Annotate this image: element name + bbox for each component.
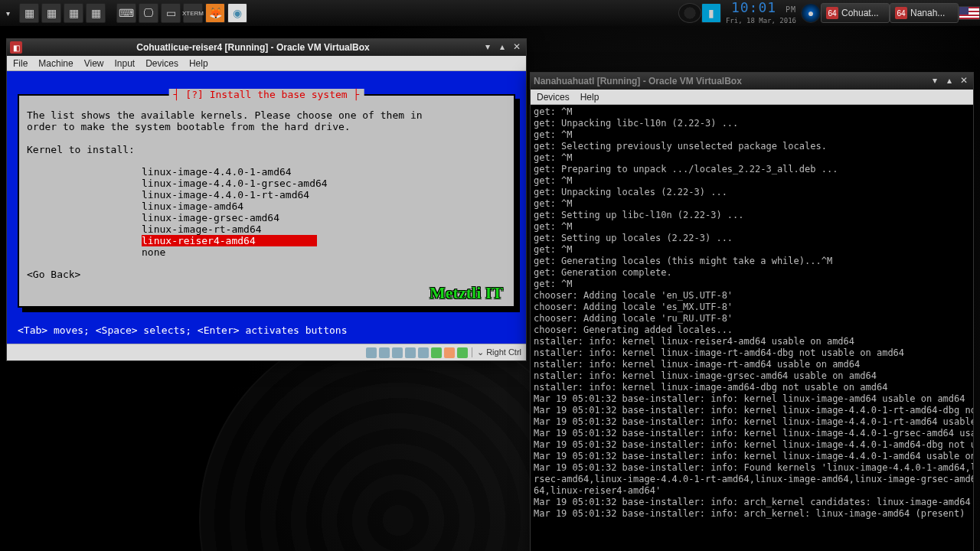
panel-clock[interactable]: 10:01 PM Fri, 18 Mar, 2016 (721, 1, 801, 26)
menu-devices[interactable]: Devices (537, 92, 570, 103)
taskbar-item-cohuat[interactable]: 64 Cohuat... (821, 3, 890, 23)
dialog-prompt: Kernel to install: (27, 144, 506, 155)
tv-icon[interactable]: ▭ (161, 3, 181, 23)
launcher-icon[interactable]: ▦ (86, 3, 106, 23)
top-panel: ▾ ▦ ▦ ▦ ▦ ⌨ 🖵 ▭ XTERM 🦊 ◉ ▮ 10:01 PM Fri… (0, 0, 980, 26)
dialog-intro: The list shows the available kernels. Pl… (27, 109, 506, 132)
kernel-option[interactable]: linux-image-amd64 (142, 201, 506, 212)
menu-machine[interactable]: Machine (38, 58, 73, 69)
titlebar[interactable]: Nanahuahuatl [Running] - Oracle VM Virtu… (531, 73, 973, 90)
menubar: Devices Help (531, 90, 973, 105)
menu-help[interactable]: Help (189, 58, 208, 69)
dialog-title: ┤ [?] Install the base system ├ (169, 89, 364, 100)
status-usb-icon[interactable] (392, 347, 403, 358)
launcher-icon[interactable]: ▦ (41, 3, 61, 23)
close-button[interactable]: ✕ (511, 42, 523, 53)
watermark-metztli: Metztli IT (430, 287, 503, 298)
clock-ampm: PM (786, 5, 796, 14)
monitor-icon[interactable]: 🖵 (139, 3, 158, 23)
vbox-statusbar: ⌄ Right Ctrl (7, 344, 526, 360)
titlebar[interactable]: ◧ Cohuatlicue-reiser4 [Running] - Oracle… (7, 39, 526, 56)
kernel-list[interactable]: linux-image-4.4.0-1-amd64linux-image-4.4… (142, 166, 506, 258)
kernel-option[interactable]: linux-reiser4-amd64 (142, 235, 506, 246)
task-label: Nanah... (910, 8, 945, 18)
kernel-option[interactable]: linux-image-4.4.0-1-amd64 (142, 166, 506, 178)
panel-launchers: ▦ ▦ ▦ ▦ (16, 3, 109, 23)
launcher-icon[interactable]: ▦ (19, 3, 39, 23)
clock-time: 10:01 (731, 0, 776, 15)
vbox-window-nanahuahuatl: Nanahuahuatl [Running] - Oracle VM Virtu… (530, 72, 974, 551)
menu-file[interactable]: File (13, 58, 28, 69)
status-optical-icon[interactable] (379, 347, 390, 358)
menu-devices[interactable]: Devices (145, 58, 178, 69)
kernel-option[interactable]: linux-image-4.4.0-1-rt-amd64 (142, 189, 506, 201)
taskbar-item-nanah[interactable]: 64 Nanah... (890, 3, 959, 23)
terminal-icon[interactable]: ⌨ (116, 3, 136, 23)
clock-date: Fri, 18 Mar, 2016 (726, 15, 796, 26)
kernel-option[interactable]: none (142, 246, 506, 258)
window-title: Cohuatlicue-reiser4 [Running] - Oracle V… (27, 42, 479, 53)
menu-help[interactable]: Help (580, 92, 599, 103)
vbox-icon: 64 (826, 7, 838, 19)
vm-display[interactable]: ┤ [?] Install the base system ├ The list… (7, 71, 526, 344)
status-display-icon[interactable] (431, 347, 442, 358)
host-key-indicator: ⌄ Right Ctrl (472, 347, 521, 357)
maximize-button[interactable]: ▴ (496, 42, 508, 53)
window-title: Nanahuahuatl [Running] - Oracle VM Virtu… (534, 76, 926, 86)
xterm-icon[interactable]: XTERM (183, 3, 203, 23)
launcher-icon[interactable]: ▦ (64, 3, 83, 23)
vbox-icon: 64 (895, 7, 907, 19)
status-mouse-icon[interactable] (457, 347, 468, 358)
firefox-icon[interactable]: 🦊 (205, 3, 225, 23)
close-button[interactable]: ✕ (958, 76, 970, 86)
panel-menu-chevron[interactable]: ▾ (0, 9, 16, 18)
chromium-icon[interactable]: ◉ (227, 3, 247, 23)
vbox-app-icon: ◧ (10, 41, 22, 54)
status-record-icon[interactable] (444, 347, 455, 358)
kernel-option[interactable]: linux-image-4.4.0-1-grsec-amd64 (142, 178, 506, 189)
kernel-option[interactable]: linux-image-rt-amd64 (142, 223, 506, 235)
status-hdd-icon[interactable] (366, 347, 377, 358)
keyboard-hints: <Tab> moves; <Space> selects; <Enter> ac… (18, 324, 515, 336)
status-shared-icon[interactable] (418, 347, 429, 358)
minimize-button[interactable]: ▾ (929, 76, 941, 86)
task-label: Cohuat... (841, 8, 879, 18)
keyboard-layout-us-icon[interactable] (959, 6, 980, 20)
panel-app-icons: ⌨ 🖵 ▭ XTERM 🦊 ◉ (113, 3, 250, 23)
go-back-button[interactable]: <Go Back> (27, 269, 506, 280)
maximize-button[interactable]: ▴ (943, 76, 956, 86)
minimize-button[interactable]: ▾ (482, 42, 494, 53)
battery-icon[interactable]: ▮ (701, 3, 721, 23)
menubar: File Machine View Input Devices Help (7, 56, 526, 71)
terminal-output[interactable]: get: ^M get: Unpacking libc-l10n (2.22-3… (531, 105, 973, 551)
cpu-gauge-icon[interactable] (678, 3, 701, 23)
audio-viz-icon[interactable]: ● (801, 3, 821, 23)
status-net-icon[interactable] (405, 347, 416, 358)
menu-input[interactable]: Input (115, 58, 136, 69)
installer-dialog: ┤ [?] Install the base system ├ The list… (18, 94, 515, 308)
vbox-window-cohuatlicue: ◧ Cohuatlicue-reiser4 [Running] - Oracle… (6, 38, 527, 361)
kernel-option[interactable]: linux-image-grsec-amd64 (142, 212, 506, 223)
menu-view[interactable]: View (84, 58, 104, 69)
